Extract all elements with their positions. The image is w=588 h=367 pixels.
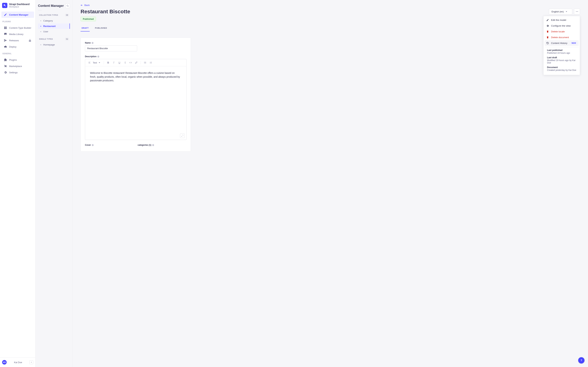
brand-title: Strapi Dashboard — [9, 3, 30, 6]
bullet-list-button[interactable] — [143, 60, 147, 65]
type-item-category[interactable]: Category — [38, 18, 70, 24]
svg-point-22 — [144, 63, 145, 63]
history-icon — [546, 42, 549, 44]
more-actions-button[interactable] — [574, 8, 580, 15]
trash-icon — [546, 36, 549, 39]
search-button[interactable] — [65, 3, 70, 8]
cover-label: Cover — [85, 144, 134, 146]
type-item-restaurant[interactable]: Restaurant — [38, 24, 70, 29]
text-style-dropdown[interactable]: Text — [93, 61, 102, 64]
svg-point-6 — [577, 11, 577, 12]
code-icon — [130, 61, 132, 64]
nav-marketplace[interactable]: Marketplace — [1, 63, 34, 69]
tab-draft[interactable]: Draft — [81, 25, 90, 32]
svg-point-21 — [144, 62, 145, 63]
nav-settings[interactable]: Settings — [1, 69, 34, 75]
svg-point-20 — [144, 62, 145, 62]
expand-icon — [181, 135, 183, 137]
search-icon — [67, 5, 69, 7]
categories-label: categories (1) — [138, 144, 187, 146]
globe-icon — [97, 56, 99, 58]
secondary-sidebar: Content Manager COLLECTION TYPES 3 Categ… — [35, 0, 72, 367]
single-types-heading: SINGLE TYPES 1 — [38, 37, 70, 41]
nav-content-manager[interactable]: Content Manager — [1, 12, 34, 18]
editor-toolbar: Text B I U — [85, 59, 186, 66]
nav-releases[interactable]: Releases — [1, 37, 34, 43]
type-item-homepage[interactable]: Homepage — [38, 42, 70, 47]
svg-rect-0 — [4, 5, 5, 6]
cm-title: Content Manager — [38, 4, 64, 8]
locale-select[interactable]: English (en) — [549, 9, 572, 15]
globe-icon — [152, 144, 154, 146]
page-title: Restaurant Biscotte — [81, 8, 546, 15]
name-input[interactable] — [85, 45, 137, 51]
bullet-icon — [40, 20, 41, 21]
menu-delete-document[interactable]: Delete document — [545, 34, 579, 40]
collection-types-heading: COLLECTION TYPES 3 — [38, 13, 70, 17]
last-published-value: Published 19 hours ago — [547, 52, 576, 54]
type-item-user[interactable]: User — [38, 29, 70, 34]
brand: Strapi Dashboard Workplace — [0, 0, 35, 10]
italic-button[interactable]: I — [112, 60, 116, 65]
last-published-label: Last published — [547, 49, 576, 51]
menu-configure-view[interactable]: Configure the view — [545, 23, 579, 29]
collapse-sidebar-button[interactable] — [29, 360, 33, 364]
actions-menu: Edit the model Configure the view Delete… — [543, 16, 580, 75]
code-button[interactable] — [128, 60, 133, 65]
nav-content-manager-label: Content Manager — [9, 13, 28, 16]
bold-button[interactable]: B — [106, 60, 111, 65]
ordered-list-button[interactable] — [148, 60, 153, 65]
bullet-icon — [40, 26, 41, 27]
help-icon: ? — [581, 359, 582, 362]
bullet-icon — [40, 44, 41, 45]
paragraph-align-button[interactable] — [87, 60, 92, 65]
nav-releases-label: Releases — [9, 39, 19, 42]
svg-line-3 — [68, 6, 69, 7]
svg-rect-1 — [5, 6, 6, 6]
more-horizontal-icon — [576, 10, 578, 13]
main-content: Back Restaurant Biscotte English (en) — [72, 0, 588, 367]
underline-button[interactable]: U — [117, 60, 122, 65]
nav-general-heading: GENERAL — [0, 51, 35, 56]
nav-media-library[interactable]: Media Library — [1, 31, 34, 37]
brand-logo — [2, 3, 7, 8]
back-link[interactable]: Back — [81, 4, 90, 7]
document-label: Document — [547, 66, 576, 69]
single-count-badge: 1 — [65, 38, 69, 40]
expand-editor-button[interactable] — [180, 133, 185, 138]
avatar[interactable]: KD — [2, 360, 7, 365]
italic-icon: I — [113, 61, 114, 64]
caret-down-icon — [99, 62, 100, 63]
svg-point-2 — [67, 5, 68, 6]
nav-marketplace-label: Marketplace — [9, 65, 22, 67]
last-draft-label: Last draft — [547, 56, 576, 59]
nav-settings-label: Settings — [9, 71, 18, 74]
nav-content-type-builder[interactable]: Content-Type Builder — [1, 25, 34, 31]
nav-plugins[interactable]: Plugins — [1, 57, 34, 63]
caret-down-icon — [566, 11, 567, 12]
tabs: Draft Published — [81, 25, 580, 32]
menu-delete-locale[interactable]: Delete locale — [545, 29, 579, 34]
menu-edit-model[interactable]: Edit the model — [545, 17, 579, 23]
brand-subtitle: Workplace — [9, 6, 30, 8]
editor-body[interactable]: Welcome to Biscotte restaurant! Restaura… — [85, 66, 186, 140]
bullet-icon — [40, 31, 41, 32]
divider — [38, 10, 42, 10]
strikethrough-icon — [124, 61, 126, 64]
status-badge: Published — [81, 17, 96, 21]
help-fab[interactable]: ? — [578, 357, 585, 364]
nav-media-label: Media Library — [9, 33, 24, 35]
menu-content-history[interactable]: Content History NEW — [545, 40, 579, 46]
strikethrough-button[interactable] — [123, 60, 127, 65]
svg-point-7 — [578, 11, 578, 12]
link-icon — [135, 61, 138, 64]
nav-deploy-label: Deploy — [9, 45, 17, 48]
link-button[interactable] — [134, 60, 138, 65]
nav-deploy[interactable]: Deploy — [1, 43, 34, 50]
align-left-icon — [88, 61, 91, 64]
ordered-list-icon — [149, 61, 152, 64]
tab-published[interactable]: Published — [94, 25, 108, 32]
form-card: Name Description Text — [81, 38, 191, 151]
trash-icon — [546, 30, 549, 33]
description-label: Description — [85, 55, 187, 58]
